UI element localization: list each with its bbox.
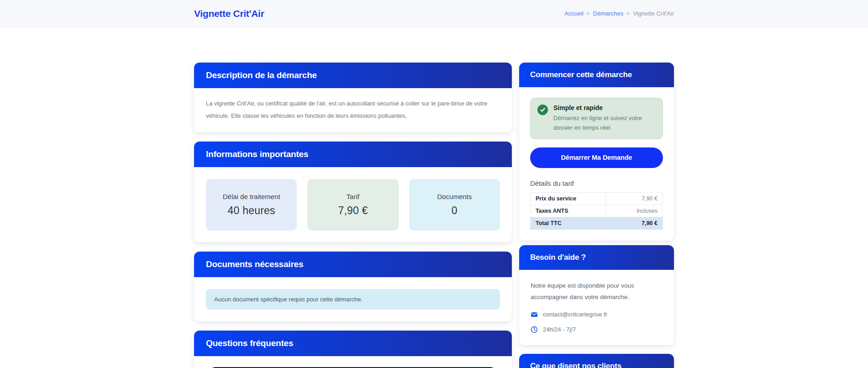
help-card: Besoin d'aide ? Notre équipe est disponi… — [519, 245, 674, 345]
contact-email-row[interactable]: contact@critcartegrise.fr — [531, 311, 663, 318]
info-box-value: 40 heures — [206, 205, 297, 217]
breadcrumb-current: Vignette Crit'Air — [633, 10, 674, 17]
highlight-title: Simple et rapide — [553, 104, 656, 111]
table-row: Prix du service 7,90 € — [531, 192, 663, 205]
breadcrumb-separator-icon: > — [626, 11, 630, 17]
start-procedure-card-title: Commencer cette démarche — [519, 63, 674, 87]
tariff-details-heading: Détails du tarif — [530, 179, 663, 187]
testimonials-card-title: Ce que disent nos clients — [519, 354, 674, 368]
info-box-value: 7,90 € — [307, 205, 398, 217]
tariff-row-label: Prix du service — [531, 192, 606, 205]
no-documents-notice: Aucun document spécifique requis pour ce… — [206, 289, 500, 310]
info-box-label: Tarif — [307, 193, 398, 200]
tariff-row-value: Incluses — [606, 205, 663, 217]
faq-card-title: Questions fréquentes — [194, 331, 512, 356]
breadcrumb: Accueil > Démarches > Vignette Crit'Air — [564, 10, 674, 17]
tariff-table: Prix du service 7,90 € Taxes ANTS Inclus… — [530, 192, 663, 230]
breadcrumb-link-demarches[interactable]: Démarches — [593, 10, 623, 17]
contact-hours: 24h/24 - 7j/7 — [543, 326, 576, 333]
required-documents-card-title: Documents nécessaires — [194, 252, 512, 277]
description-card: Description de la démarche La vignette C… — [194, 63, 512, 132]
check-circle-icon — [537, 105, 548, 115]
required-documents-card: Documents nécessaires Aucun document spé… — [194, 252, 512, 321]
main-content: Description de la démarche La vignette C… — [0, 27, 868, 368]
faq-card: Questions fréquentes — [194, 331, 512, 368]
info-box-delai: Délai de traitement 40 heures — [206, 179, 297, 231]
tariff-row-label: Total TTC — [531, 217, 606, 229]
testimonials-card: Ce que disent nos clients — [519, 354, 674, 368]
right-column: Commencer cette démarche Simple et rapid… — [519, 63, 674, 368]
start-procedure-card: Commencer cette démarche Simple et rapid… — [519, 63, 674, 241]
help-text: Notre équipe est disponible pour vous ac… — [531, 280, 663, 303]
tariff-row-label: Taxes ANTS — [531, 205, 606, 217]
highlight-text: Démarrez en ligne et suivez votre dossie… — [553, 114, 656, 133]
description-card-title: Description de la démarche — [194, 63, 512, 88]
tariff-row-value: 7,90 € — [606, 192, 663, 205]
help-card-title: Besoin d'aide ? — [519, 245, 674, 270]
important-info-card-title: Informations importantes — [194, 142, 512, 167]
table-row: Taxes ANTS Incluses — [531, 205, 663, 217]
info-box-tarif: Tarif 7,90 € — [307, 179, 398, 231]
description-text: La vignette Crit'Air, ou certificat qual… — [206, 98, 500, 122]
clock-icon — [531, 326, 538, 333]
left-column: Description de la démarche La vignette C… — [194, 63, 512, 368]
info-box-label: Documents — [409, 193, 500, 200]
tariff-row-value: 7,90 € — [606, 217, 663, 229]
info-box-value: 0 — [409, 205, 500, 217]
top-bar: Vignette Crit'Air Accueil > Démarches > … — [0, 0, 868, 27]
contact-hours-row: 24h/24 - 7j/7 — [531, 326, 663, 333]
simple-rapide-highlight: Simple et rapide Démarrez en ligne et su… — [530, 98, 663, 139]
info-box-label: Délai de traitement — [206, 193, 297, 200]
table-row-total: Total TTC 7,90 € — [531, 217, 663, 229]
contact-email: contact@critcartegrise.fr — [543, 311, 607, 318]
breadcrumb-separator-icon: > — [587, 11, 590, 17]
breadcrumb-link-accueil[interactable]: Accueil — [564, 10, 584, 17]
info-box-documents: Documents 0 — [409, 179, 500, 231]
important-info-card: Informations importantes Délai de traite… — [194, 142, 512, 242]
page-title: Vignette Crit'Air — [194, 8, 264, 19]
start-request-button[interactable]: Démarrer Ma Demande — [530, 147, 663, 168]
envelope-icon — [531, 311, 538, 318]
